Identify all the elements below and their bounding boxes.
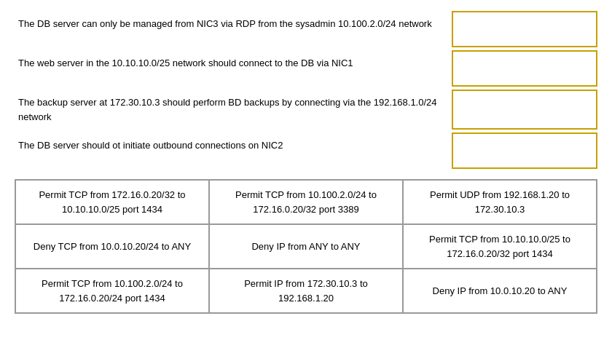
option-cell-5[interactable]: Deny IP from ANY to ANY	[209, 224, 403, 269]
option-cell-6[interactable]: Permit TCP from 10.10.10.0/25 to 172.16.…	[403, 224, 597, 269]
question-row-1: The DB server can only be managed from N…	[15, 11, 597, 47]
option-cell-8[interactable]: Permit IP from 172.30.10.3 to 192.168.1.…	[209, 269, 403, 313]
answer-box-2[interactable]	[452, 50, 597, 87]
option-cell-1[interactable]: Permit TCP from 172.16.0.20/32 to 10.10.…	[15, 180, 209, 224]
answer-box-4[interactable]	[452, 132, 597, 169]
question-text-3: The backup server at 172.30.10.3 should …	[15, 90, 444, 130]
question-row-4: The DB server should ot initiate outboun…	[15, 132, 597, 169]
question-row-2: The web server in the 10.10.10.0/25 netw…	[15, 50, 597, 87]
option-cell-9[interactable]: Deny IP from 10.0.10.20 to ANY	[403, 269, 597, 313]
option-cell-2[interactable]: Permit TCP from 10.100.2.0/24 to 172.16.…	[209, 180, 403, 224]
question-text-4: The DB server should ot initiate outboun…	[15, 132, 444, 169]
answer-box-3[interactable]	[452, 90, 597, 130]
question-row-3: The backup server at 172.30.10.3 should …	[15, 90, 597, 130]
questions-section: The DB server can only be managed from N…	[15, 11, 597, 172]
question-text-2: The web server in the 10.10.10.0/25 netw…	[15, 50, 444, 87]
option-cell-4[interactable]: Deny TCP from 10.0.10.20/24 to ANY	[15, 224, 209, 269]
option-cell-3[interactable]: Permit UDP from 192.168.1.20 to 172.30.1…	[403, 180, 597, 224]
option-cell-7[interactable]: Permit TCP from 10.100.2.0/24 to 172.16.…	[15, 269, 209, 313]
main-container: The DB server can only be managed from N…	[0, 0, 612, 325]
options-grid: Permit TCP from 172.16.0.20/32 to 10.10.…	[15, 179, 597, 314]
question-text-1: The DB server can only be managed from N…	[15, 11, 444, 47]
answer-box-1[interactable]	[452, 11, 597, 47]
